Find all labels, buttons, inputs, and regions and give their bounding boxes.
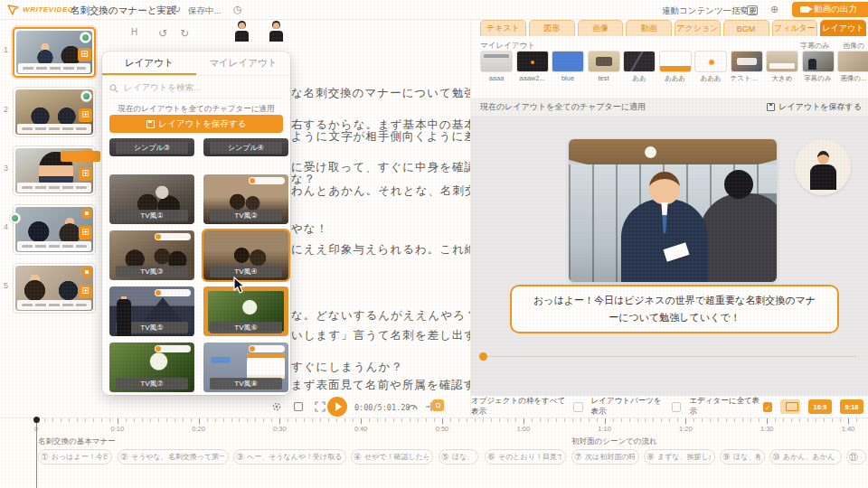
timeline-segment[interactable]: ⑧まずな、挨拶した後...	[644, 449, 715, 465]
timeline-segment[interactable]: ⑥そのとおり！目見て笑...	[485, 449, 566, 465]
layout-tile-TV風⑧[interactable]: TV風⑧	[203, 343, 288, 392]
scene-refresh-badge-icon[interactable]	[9, 212, 21, 224]
timeline-segment[interactable]: ⑨ほな、相手...	[720, 449, 765, 465]
tab-フィルター[interactable]: フィルター	[772, 20, 818, 36]
layout-grid-button[interactable]: ⊞	[79, 108, 92, 122]
timeline-segment[interactable]: ③へー、そうなんや！受け取るときも両...	[233, 449, 346, 465]
monitor-view-button[interactable]	[780, 399, 800, 414]
my-layout-item[interactable]: テスト会社	[731, 51, 763, 83]
my-layout-item[interactable]: blue	[552, 51, 584, 82]
layout-tile-TV風①[interactable]: TV風①	[109, 174, 194, 224]
scene-card-5[interactable]: ⊞	[13, 263, 96, 314]
scene-card-4[interactable]: ⊞	[13, 204, 96, 255]
app-logo[interactable]: WRITEVIDEO	[7, 4, 74, 15]
sync-content-label[interactable]: 連動コンテンツ一括変更	[662, 5, 758, 17]
popup-save-layout-button[interactable]: レイアウトを保存する	[109, 115, 283, 133]
tab-図形[interactable]: 図形	[529, 20, 575, 36]
layout-tile-TV風⑤[interactable]: TV風⑤	[109, 286, 194, 336]
layout-tile-TV風④[interactable]: TV風④	[203, 230, 288, 280]
tab-画像[interactable]: 画像	[578, 20, 624, 36]
timeline-segment[interactable]: ④せやで！確認したらちゃ...	[351, 449, 433, 465]
scene-refresh-badge-icon[interactable]	[80, 32, 91, 43]
scene-refresh-badge-icon[interactable]	[80, 90, 92, 102]
my-layout-item[interactable]: あああ	[659, 51, 692, 83]
translate-icon[interactable]: A	[747, 5, 758, 15]
script-text-line[interactable]: すぐにしまうんか？	[291, 360, 403, 375]
popup-tab-レイアウト[interactable]: レイアウト	[102, 52, 196, 75]
history-icon[interactable]: ◷	[233, 4, 242, 15]
timeline-segment[interactable]: ⑤ほな、相...	[439, 449, 478, 465]
scrubber-handle[interactable]	[479, 352, 487, 361]
apply-all-chapters-link[interactable]: 現在のレイアウトを全てのチャプターに適用	[480, 101, 646, 113]
my-layout-item[interactable]: 字幕のみ	[802, 51, 835, 83]
timeline-segment[interactable]: ②そうやな。名刺交換って第一印象めっ...	[118, 449, 229, 465]
popup-apply-all-link[interactable]: 現在のレイアウトを全てのチャプターに適用	[102, 104, 290, 115]
scene-card-2[interactable]: ⊞	[13, 87, 96, 137]
playback-speed-icon[interactable]	[407, 401, 419, 412]
timeline-segment[interactable]: ⑩あかん、あかん！相手の名...	[769, 449, 842, 465]
my-layout-item[interactable]: 画像の...	[837, 51, 868, 83]
view-option-checkbox[interactable]: ✓	[763, 402, 772, 412]
panel-handle[interactable]	[432, 399, 444, 411]
playhead-handle[interactable]	[33, 417, 40, 423]
subtitle-box[interactable]: おっはよー！今日はビジネスの世界で超重要な名刺交換のマナーについて勉強していくで…	[510, 285, 839, 333]
layout-tile-TV風③[interactable]: TV風③	[109, 230, 194, 280]
layout-tile-TV風⑦[interactable]: TV風⑦	[109, 343, 194, 392]
aspect-ratio-button-9:16[interactable]: 9:16	[840, 399, 863, 414]
script-text-line[interactable]: やな！	[291, 221, 328, 237]
character-1-icon[interactable]	[235, 23, 249, 42]
save-layout-button[interactable]: レイアウトを保存する	[767, 101, 862, 113]
my-layout-item[interactable]: aaaw2...	[516, 51, 549, 82]
timeline-segment[interactable]: ⑪なる...	[846, 449, 866, 465]
tab-BGM[interactable]: BGM	[723, 20, 769, 36]
scene-status-badge-icon[interactable]	[81, 208, 92, 219]
view-option-checkbox[interactable]	[573, 402, 582, 412]
my-layout-item[interactable]: あああ	[694, 51, 727, 83]
layout-grid-button[interactable]: ⊞	[79, 226, 92, 239]
character-2-icon[interactable]	[269, 23, 283, 42]
script-text-line[interactable]: な。どないするんがええんやろ？	[291, 308, 477, 324]
settings-gear-icon[interactable]	[271, 401, 282, 412]
tab-テキスト[interactable]: テキスト	[480, 20, 526, 36]
layout-tile-simple[interactable]: シンプル④	[203, 138, 288, 156]
aspect-ratio-button-16:9[interactable]: 16:9	[808, 399, 832, 414]
fullscreen-icon[interactable]	[315, 401, 326, 412]
layout-search-input[interactable]: レイアウトを検索...	[109, 79, 283, 99]
layout-tile-TV風⑥[interactable]: TV風⑥	[203, 286, 288, 336]
popup-tab-マイレイアウト[interactable]: マイレイアウト	[196, 52, 290, 75]
redo-icon[interactable]: ↻	[180, 27, 189, 40]
heading-icon[interactable]: H	[131, 27, 137, 37]
timeline-chapter-label[interactable]: 名刺交換の基本マナー	[38, 436, 116, 447]
globe-icon[interactable]: ⊕	[770, 4, 778, 15]
preview-image[interactable]	[569, 139, 777, 282]
layout-grid-button[interactable]: ⊞	[79, 285, 92, 298]
timeline[interactable]: 00:100:200:300:400:501:001:101:201:301:4…	[0, 418, 868, 488]
layout-tile-TV風②[interactable]: TV風②	[203, 174, 288, 224]
my-layout-item[interactable]: ああ	[623, 51, 656, 83]
preview-scrubber[interactable]	[482, 356, 856, 357]
playhead-line[interactable]	[36, 418, 37, 488]
timeline-segment[interactable]: ①おっはよー！今日はビ...	[38, 449, 112, 465]
presenter-avatar[interactable]	[795, 139, 851, 195]
frame-icon[interactable]	[293, 401, 304, 412]
tab-レイアウト[interactable]: レイアウト	[820, 20, 866, 36]
video-preview-canvas[interactable]: おっはよー！今日はビジネスの世界で超重要な名刺交換のマナーについて勉強していくで…	[471, 116, 868, 396]
undo-icon[interactable]: ↺	[158, 27, 167, 40]
scene-card-1[interactable]: ⊞	[13, 27, 96, 78]
tab-アクション[interactable]: アクション	[675, 20, 721, 36]
export-video-button[interactable]: 動画の出力	[792, 2, 868, 17]
view-option-checkbox[interactable]	[672, 402, 681, 412]
layout-tile-simple[interactable]: シンプル③	[109, 138, 194, 156]
scene-flag-bar[interactable]	[61, 151, 100, 162]
my-layout-item[interactable]: aaaa	[480, 51, 513, 82]
timeline-chapter-label[interactable]: 初対面のシーンでの流れ	[571, 436, 657, 447]
timeline-segment[interactable]: ⑦次は初対面の時の...	[571, 449, 639, 465]
layout-grid-button[interactable]: ⊞	[78, 48, 91, 61]
refresh-icon[interactable]: ↻	[173, 4, 181, 15]
my-layout-item[interactable]: 大きめ	[766, 51, 798, 83]
scene-card-3[interactable]: ⊞	[13, 145, 96, 196]
scene-status-badge-icon[interactable]	[81, 267, 92, 277]
play-button[interactable]	[327, 397, 347, 417]
project-title[interactable]: 名刺交換のマナーと実践	[71, 5, 175, 17]
tab-動画[interactable]: 動画	[626, 20, 672, 36]
